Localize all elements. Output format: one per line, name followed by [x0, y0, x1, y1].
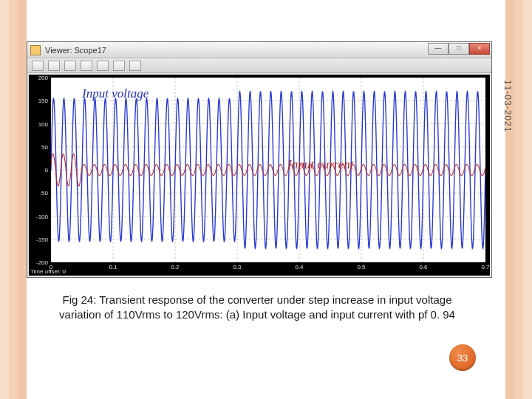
y-tick: 100	[38, 120, 48, 127]
y-tick: 50	[41, 143, 48, 150]
page-number-badge: 33	[449, 344, 476, 371]
waveform-svg	[51, 78, 485, 262]
toolbar-params-icon[interactable]	[48, 61, 60, 71]
plot-area: -200-150-100-50050100150200 Input voltag…	[29, 75, 490, 276]
window-buttons: — □ ×	[428, 43, 490, 55]
x-tick: 0.4	[295, 264, 303, 270]
minimize-button[interactable]: —	[428, 43, 449, 55]
toolbar-save-icon[interactable]	[97, 61, 109, 71]
maximize-button[interactable]: □	[449, 43, 469, 55]
toolbar-zoom-icon[interactable]	[64, 61, 76, 71]
y-tick: 200	[38, 75, 48, 81]
x-tick: 0.5	[357, 264, 365, 270]
x-tick: 0.6	[419, 264, 427, 270]
y-tick: -200	[36, 259, 48, 266]
y-axis-ticks: -200-150-100-50050100150200	[29, 78, 50, 262]
x-tick: 0.1	[109, 264, 117, 270]
right-stripes	[505, 0, 532, 399]
scope-toolbar	[27, 58, 491, 73]
y-tick: 150	[38, 98, 48, 104]
x-axis-ticks: 00.10.20.30.40.50.60.7	[51, 264, 485, 276]
app-icon	[30, 45, 41, 55]
window-title: Viewer: Scope17	[45, 46, 106, 55]
left-stripes	[0, 0, 27, 399]
x-tick: 0.7	[481, 264, 489, 270]
toolbar-float-icon[interactable]	[129, 61, 141, 71]
y-tick: -150	[36, 236, 48, 242]
x-tick: 0.2	[171, 264, 179, 270]
plot-canvas: Input voltage Input current	[51, 78, 485, 262]
y-tick: 0	[45, 167, 48, 174]
toolbar-autoscale-icon[interactable]	[81, 61, 92, 71]
slide-content: 11-03-2021 Viewer: Scope17 — □ × -200-15…	[27, 0, 505, 399]
y-tick: -100	[36, 213, 48, 219]
y-tick: -50	[39, 190, 48, 197]
toolbar-print-icon[interactable]	[32, 61, 44, 71]
close-button[interactable]: ×	[469, 43, 490, 55]
date-label: 11-03-2021	[502, 80, 513, 132]
x-tick: 0.3	[233, 264, 241, 270]
time-offset-label: Time offset: 0	[30, 268, 66, 275]
window-titlebar[interactable]: Viewer: Scope17 — □ ×	[27, 42, 491, 58]
scope-window: Viewer: Scope17 — □ × -200-150-100-50050…	[27, 41, 492, 278]
figure-caption: Fig 24: Transient response of the conver…	[27, 293, 488, 321]
toolbar-restore-icon[interactable]	[113, 61, 125, 71]
